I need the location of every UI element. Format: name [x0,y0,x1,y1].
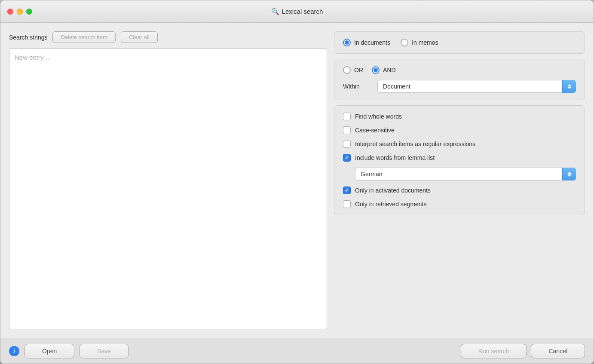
logic-options: OR AND Within Document Paragraph [343,66,576,93]
regex-label: Interpret search items as regular expres… [355,141,475,147]
find-whole-words-label: Find whole words [355,113,402,120]
find-whole-words-item[interactable]: Find whole words [343,113,576,120]
activated-docs-label: Only in activated documents [355,187,431,194]
or-label: OR [354,67,363,73]
maximize-button[interactable] [26,9,32,15]
search-in-section: In documents In memos [334,31,585,54]
traffic-lights [7,9,32,15]
search-strings-label: Search strings [9,34,47,41]
search-entry-area[interactable]: New entry ... [9,48,327,329]
info-button[interactable]: i [9,346,19,356]
checkbox-group: Find whole words Case-sensitive Interpre… [343,113,576,208]
search-in-radio-group: In documents In memos [343,39,576,46]
within-select[interactable]: Document Paragraph Sentence [377,80,576,93]
left-panel: Search strings Delete search item Clear … [9,31,327,329]
find-whole-words-checkbox[interactable] [343,113,351,120]
right-panel: In documents In memos OR [334,31,585,329]
and-label: AND [383,67,396,73]
in-memos-label: In memos [412,39,438,46]
bottom-left: i Open Save [9,344,461,358]
within-select-wrapper: Document Paragraph Sentence [377,80,576,93]
regex-item[interactable]: Interpret search items as regular expres… [343,140,576,148]
retrieved-segments-checkbox[interactable] [343,200,351,208]
case-sensitive-checkbox[interactable] [343,126,351,134]
clear-all-button[interactable]: Clear all [121,31,158,43]
lemma-item[interactable]: Include words from lemma list [343,154,576,162]
search-strings-header: Search strings Delete search item Clear … [9,31,327,43]
main-window: 🔍 Lexical search Search strings Delete s… [0,0,594,364]
lemma-language-select[interactable]: German English French Spanish [355,168,576,180]
run-search-button[interactable]: Run search [461,344,527,358]
save-button[interactable]: Save [80,344,129,358]
retrieved-segments-item[interactable]: Only in retrieved segments [343,200,576,208]
open-button[interactable]: Open [24,344,74,358]
in-documents-radio[interactable]: In documents [343,39,390,46]
window-title: 🔍 Lexical search [271,8,323,15]
in-memos-radio-circle[interactable] [401,39,408,46]
activated-docs-item[interactable]: Only in activated documents [343,187,576,194]
lemma-checkbox[interactable] [343,154,351,162]
and-radio[interactable]: AND [372,66,396,74]
and-radio-circle[interactable] [372,66,380,74]
logic-row: OR AND [343,66,576,74]
or-radio-circle[interactable] [343,66,351,74]
title-text: Lexical search [282,8,323,15]
bottom-right: Run search Cancel [461,344,585,358]
in-memos-radio[interactable]: In memos [401,39,438,46]
search-icon: 🔍 [271,8,279,15]
in-documents-label: In documents [354,39,390,46]
case-sensitive-item[interactable]: Case-sensitive [343,126,576,134]
within-row: Within Document Paragraph Sentence [343,80,576,93]
within-label: Within [343,83,369,90]
search-entry-placeholder: New entry ... [15,54,51,61]
regex-checkbox[interactable] [343,140,351,148]
minimize-button[interactable] [17,9,23,15]
activated-docs-checkbox[interactable] [343,187,351,194]
titlebar: 🔍 Lexical search [0,0,594,23]
bottom-bar: i Open Save Run search Cancel [0,338,594,364]
close-button[interactable] [7,9,13,15]
in-documents-radio-circle[interactable] [343,39,351,46]
logic-section: OR AND Within Document Paragraph [334,59,585,100]
or-radio[interactable]: OR [343,66,363,74]
cancel-button[interactable]: Cancel [531,344,585,358]
case-sensitive-label: Case-sensitive [355,127,395,134]
lemma-label: Include words from lemma list [355,154,435,161]
retrieved-segments-label: Only in retrieved segments [355,201,427,208]
lemma-language-wrapper: German English French Spanish [355,168,576,180]
content-area: Search strings Delete search item Clear … [0,23,594,338]
options-section: Find whole words Case-sensitive Interpre… [334,105,585,215]
delete-search-item-button[interactable]: Delete search item [52,31,115,43]
